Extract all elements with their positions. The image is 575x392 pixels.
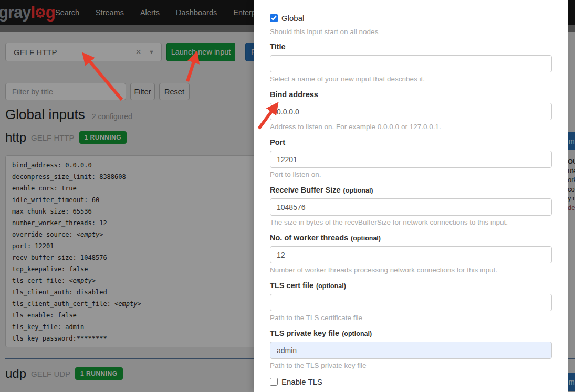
field-help-text: Number of worker threads processing netw… <box>270 266 552 274</box>
field-label: No. of worker threads(optional) <box>270 234 552 242</box>
field-help-text: Path to the TLS private key file <box>270 362 552 370</box>
field-label: Receive Buffer Size(optional) <box>270 186 552 195</box>
launch-input-modal: Global Should this input start on all no… <box>254 0 568 392</box>
field-input[interactable] <box>270 198 552 216</box>
field-help-text: Path to the TLS certificate file <box>270 314 552 322</box>
field-help-text: Address to listen on. For example 0.0.0.… <box>270 123 552 131</box>
field-label: TLS cert file(optional) <box>270 281 552 290</box>
form-group: TLS cert file(optional) Path to the TLS … <box>270 281 552 322</box>
modal-fields: Title Select a name of your new input th… <box>270 43 552 370</box>
field-label: Port <box>270 138 552 147</box>
enable-tls-checkbox-row[interactable]: Enable TLS <box>270 377 552 386</box>
global-checkbox-label: Global <box>281 14 304 23</box>
form-group: Receive Buffer Size(optional) The size i… <box>270 186 552 227</box>
modal-body: Global Should this input start on all no… <box>254 14 568 386</box>
form-group: TLS private key file(optional) Path to t… <box>270 329 552 370</box>
optional-marker: (optional) <box>343 187 373 194</box>
optional-marker: (optional) <box>342 330 372 337</box>
field-input[interactable] <box>270 246 552 263</box>
field-input[interactable] <box>270 103 552 120</box>
field-help-text: Select a name of your new input that des… <box>270 75 552 83</box>
global-checkbox-row[interactable]: Global <box>270 14 552 23</box>
field-label: Title <box>270 43 552 51</box>
optional-marker: (optional) <box>316 282 346 290</box>
field-label: Bind address <box>270 90 552 99</box>
modal-header-divider <box>254 6 568 6</box>
global-help-text: Should this input start on all nodes <box>270 28 552 36</box>
field-help-text: The size in bytes of the recvBufferSize … <box>270 218 552 227</box>
field-input[interactable] <box>270 342 552 359</box>
field-help-text: Port to listen on. <box>270 171 552 179</box>
enable-tls-label: Enable TLS <box>281 377 322 386</box>
optional-marker: (optional) <box>351 235 381 242</box>
screen: grayl⚙g Search Streams Alerts Dashboards… <box>0 0 575 392</box>
field-input[interactable] <box>270 294 552 311</box>
global-checkbox[interactable] <box>270 14 278 22</box>
form-group: No. of worker threads(optional) Number o… <box>270 234 552 274</box>
form-group: Bind address Address to listen on. For e… <box>270 90 552 131</box>
field-input[interactable] <box>270 151 552 168</box>
enable-tls-checkbox[interactable] <box>270 378 278 386</box>
field-input[interactable] <box>270 55 552 72</box>
form-group: Title Select a name of your new input th… <box>270 43 552 83</box>
field-label: TLS private key file(optional) <box>270 329 552 338</box>
form-group: Port Port to listen on. <box>270 138 552 179</box>
